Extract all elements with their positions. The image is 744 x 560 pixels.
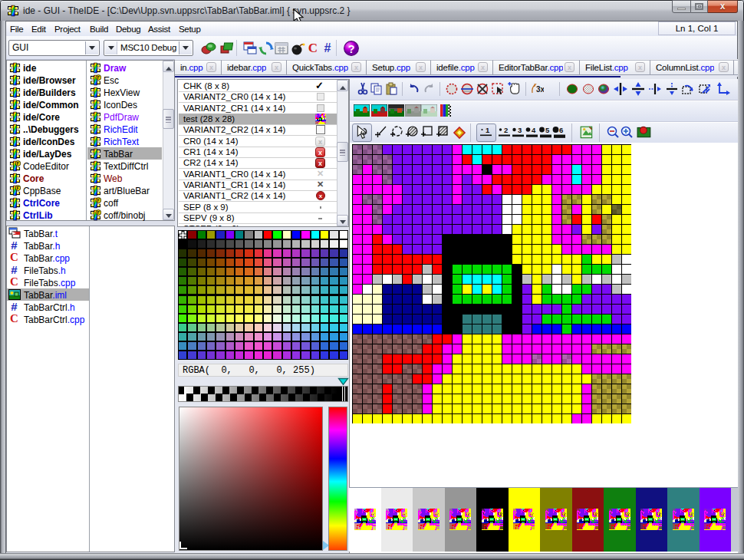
svg-text:6: 6 [559, 126, 563, 134]
svg-text:F: F [17, 160, 20, 166]
svg-text:4: 4 [532, 126, 536, 134]
svg-text:F: F [97, 209, 100, 215]
svg-text:3: 3 [518, 126, 522, 134]
svg-text:5: 5 [545, 126, 550, 134]
svg-text:C: C [308, 41, 318, 55]
svg-text:#: # [324, 41, 331, 54]
svg-text:F: F [17, 185, 20, 190]
svg-text:F: F [97, 74, 100, 80]
svg-text:2: 2 [504, 126, 508, 134]
svg-text:3x: 3x [536, 85, 544, 94]
svg-text:1: 1 [486, 126, 490, 134]
svg-text:F: F [97, 197, 100, 203]
svg-text:?: ? [348, 43, 355, 55]
